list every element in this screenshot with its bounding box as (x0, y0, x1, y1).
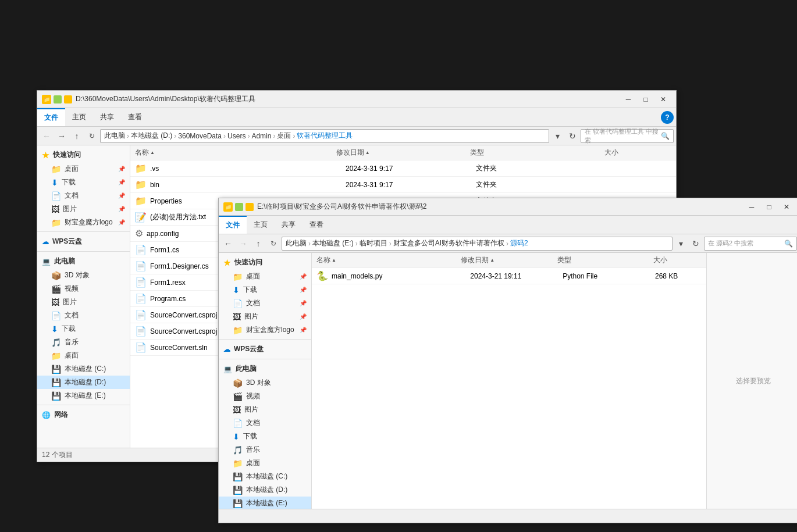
sidebar-item-docs-1[interactable]: 📄 文档 📌 (37, 189, 130, 202)
sidebar-pics2-1[interactable]: 🖼 图片 (37, 295, 130, 309)
sidebar2-item-logo[interactable]: 📁 财宝盒魔方logo 📌 (219, 323, 311, 337)
col-header-date-1[interactable]: 修改日期 (336, 148, 471, 158)
sidebar2-item-pics[interactable]: 🖼 图片 📌 (219, 310, 311, 323)
sidebar-item-pics-1[interactable]: 🖼 图片 📌 (37, 202, 130, 216)
ribbon-bar-2: 文件 主页 共享 查看 (219, 216, 797, 234)
search-bar-1[interactable]: 在 软著代码整理工具 中搜索 🔍 (581, 129, 674, 143)
tab-view-1[interactable]: 查看 (121, 109, 149, 126)
sidebar2-diske[interactable]: 💾 本地磁盘 (E:) (219, 497, 311, 509)
wps-header-1[interactable]: ☁ WPS云盘 (37, 234, 130, 249)
sidebar2-item-desktop[interactable]: 📁 桌面 📌 (219, 270, 311, 283)
docs2-icon-1: 📄 (51, 311, 61, 320)
sidebar-video-1[interactable]: 🎬 视频 (37, 282, 130, 295)
tab-share-1[interactable]: 共享 (93, 109, 121, 126)
back-button-2[interactable]: ← (221, 237, 235, 251)
col2-header-date[interactable]: 修改日期 (461, 255, 557, 265)
sidebar-desktop2-1[interactable]: 📁 桌面 (37, 349, 130, 362)
close-button-1[interactable]: ✕ (655, 92, 671, 106)
quick-access-label-1: 快速访问 (53, 150, 81, 160)
sln-icon: 📄 (135, 342, 147, 353)
col2-header-name[interactable]: 名称 (316, 255, 461, 265)
up-button-1[interactable]: ↑ (70, 129, 84, 143)
minimize-button-2[interactable]: ─ (743, 200, 760, 214)
title-bar-icons-1: 📁 (42, 95, 72, 104)
tab-view-2[interactable]: 查看 (303, 216, 330, 233)
sidebar2-video[interactable]: 🎬 视频 (219, 390, 311, 403)
forward-button-1[interactable]: → (55, 129, 69, 143)
sidebar2-pics2[interactable]: 🖼 图片 (219, 403, 311, 416)
quick-access-header-2[interactable]: ★ 快速访问 (219, 255, 311, 270)
sidebar-diskc-1[interactable]: 💾 本地磁盘 (C:) (37, 362, 130, 376)
maximize-button-2[interactable]: □ (761, 200, 777, 214)
tab-share-2[interactable]: 共享 (275, 216, 303, 233)
tab-home-2[interactable]: 主页 (247, 216, 275, 233)
network-label-1: 网络 (54, 410, 68, 420)
sidebar-docs2-1[interactable]: 📄 文档 (37, 309, 130, 322)
tab-file-2[interactable]: 文件 (219, 216, 247, 234)
refresh-button-2[interactable]: ↻ (266, 237, 280, 251)
address-bar-2[interactable]: 此电脑 › 本地磁盘 (E:) › 临时项目 › 财宝盒多公司AI财务软件申请著… (282, 237, 673, 251)
sidebar-download2-1[interactable]: ⬇ 下载 (37, 322, 130, 335)
quick-access-header-1[interactable]: ★ 快速访问 (37, 148, 130, 162)
divider-1 (37, 231, 130, 232)
maximize-button-1[interactable]: □ (638, 92, 654, 106)
bc-admin-1: Admin (251, 132, 271, 140)
file-row-main-models[interactable]: 🐍 main_models.py 2024-3-21 19:11 Python … (312, 268, 706, 284)
tab-home-1[interactable]: 主页 (65, 109, 93, 126)
folder-icon-title-2: 📁 (223, 202, 233, 212)
help-button-1[interactable]: ? (661, 111, 674, 124)
dropdown-btn-1[interactable]: ▾ (550, 129, 564, 143)
search-placeholder-1: 在 软著代码整理工具 中搜索 (585, 127, 661, 145)
close-button-2[interactable]: ✕ (778, 200, 795, 214)
sidebar2-3d[interactable]: 📦 3D 对象 (219, 376, 311, 390)
bc2-src: 源码2 (510, 238, 528, 248)
wps-header-2[interactable]: ☁ WPS云盘 (219, 342, 311, 356)
sidebar-diskd-1[interactable]: 💾 本地磁盘 (D:) (37, 376, 130, 389)
sidebar2-diskd[interactable]: 💾 本地磁盘 (D:) (219, 483, 311, 497)
sidebar2-diskc[interactable]: 💾 本地磁盘 (C:) (219, 470, 311, 483)
bc-desktop-1: 桌面 (277, 131, 291, 141)
sidebar-music-1[interactable]: 🎵 音乐 (37, 335, 130, 349)
label2-video: 视频 (246, 391, 260, 401)
folder-icon-bin: 📁 (135, 179, 147, 190)
download2-icon-1: ⬇ (51, 324, 58, 334)
sidebar2-download2[interactable]: ⬇ 下载 (219, 430, 311, 443)
sidebar2-docs2[interactable]: 📄 文档 (219, 416, 311, 430)
computer-header-1[interactable]: 💻 此电脑 (37, 254, 130, 269)
txt-icon: 📝 (135, 212, 147, 223)
sidebar2-music[interactable]: 🎵 音乐 (219, 443, 311, 456)
file-name: bin (150, 181, 346, 189)
sidebar-item-desktop-1[interactable]: 📁 桌面 📌 (37, 162, 130, 176)
tab-file-1[interactable]: 文件 (37, 108, 65, 126)
dropdown-btn-2[interactable]: ▾ (674, 237, 688, 251)
bc-users-1: Users (227, 132, 245, 140)
sidebar-diske-1[interactable]: 💾 本地磁盘 (E:) (37, 389, 130, 402)
col-header-name-1[interactable]: 名称 (135, 148, 336, 158)
sidebar-item-logo-1[interactable]: 📁 财宝盒魔方logo 📌 (37, 216, 130, 229)
sidebar2-desktop2[interactable]: 📁 桌面 (219, 456, 311, 470)
sidebar2-item-download[interactable]: ⬇ 下载 📌 (219, 283, 311, 297)
sidebar-3d-1[interactable]: 📦 3D 对象 (37, 269, 130, 282)
pin2-icon-1: 📌 (300, 273, 307, 280)
search-bar-2[interactable]: 在 源码2 中搜索 🔍 (704, 237, 797, 251)
label2-docs2: 文档 (246, 418, 260, 428)
sidebar2-label-pics: 图片 (244, 312, 258, 322)
up-button-2[interactable]: ↑ (251, 237, 265, 251)
sidebar-item-download-1[interactable]: ⬇ 下载 📌 (37, 176, 130, 189)
pin-icon-1: 📌 (118, 166, 125, 172)
computer-header-2[interactable]: 💻 此电脑 (219, 362, 311, 376)
minimize-button-1[interactable]: ─ (620, 92, 636, 106)
refresh-button-1[interactable]: ↻ (85, 129, 99, 143)
address-bar-1[interactable]: 此电脑 › 本地磁盘 (D:) › 360MoveData › Users › … (100, 129, 549, 143)
refresh2-btn-2[interactable]: ↻ (689, 237, 703, 251)
file-row[interactable]: 📁 .vs 2024-3-31 9:17 文件夹 (130, 160, 676, 177)
refresh2-btn-1[interactable]: ↻ (565, 129, 579, 143)
forward-button-2[interactable]: → (236, 237, 250, 251)
sidebar2-label-download: 下载 (243, 285, 257, 295)
network-header-1[interactable]: 🌐 网络 (37, 408, 130, 422)
back-button-1[interactable]: ← (40, 129, 54, 143)
sidebar2-item-docs[interactable]: 📄 文档 📌 (219, 297, 311, 310)
file-row[interactable]: 📁 bin 2024-3-31 9:17 文件夹 (130, 177, 676, 193)
window2-title: E:\临时项目\财宝盒多公司AI财务软件申请著作权\源码2 (257, 202, 743, 212)
sidebar-label-docs-1: 文档 (65, 191, 79, 201)
